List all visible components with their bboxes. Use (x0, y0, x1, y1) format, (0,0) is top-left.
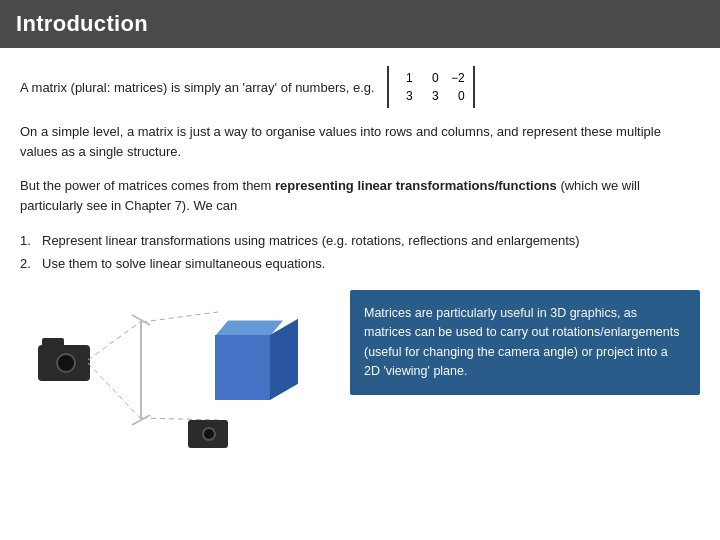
matrix-display: 1 0 −2 3 3 0 (387, 66, 475, 108)
info-box: Matrices are particularly useful in 3D g… (350, 290, 700, 396)
camera2-lens (202, 427, 216, 441)
list-item-2: 2. Use them to solve linear simultaneous… (20, 254, 700, 274)
intro-row: A matrix (plural: matrices) is simply an… (20, 66, 700, 108)
list-text-1: Represent linear transformations using m… (42, 231, 580, 251)
m11: 1 (397, 69, 413, 87)
m22: 3 (423, 87, 439, 105)
svg-line-2 (142, 312, 218, 322)
intro-text: A matrix (plural: matrices) is simply an… (20, 80, 375, 95)
cube-front-face (215, 335, 270, 400)
bottom-section: Matrices are particularly useful in 3D g… (20, 290, 700, 465)
m21: 3 (397, 87, 413, 105)
matrix-row-2: 3 3 0 (397, 87, 465, 105)
svg-line-1 (88, 363, 140, 418)
para2-bold: representing linear transformations/func… (275, 178, 557, 193)
list-item-1: 1. Represent linear transformations usin… (20, 231, 700, 251)
para2-before: But the power of matrices comes from the… (20, 178, 275, 193)
m23: 0 (449, 87, 465, 105)
illustration (20, 290, 330, 465)
matrix-row-1: 1 0 −2 (397, 69, 465, 87)
paragraph-1: On a simple level, a matrix is just a wa… (20, 122, 700, 162)
main-content: A matrix (plural: matrices) is simply an… (0, 48, 720, 475)
list-section: 1. Represent linear transformations usin… (20, 231, 700, 274)
list-num-2: 2. (20, 254, 36, 274)
page-title: Introduction (16, 11, 148, 37)
list-bold-1: Represent linear transformations (42, 233, 231, 248)
svg-line-0 (88, 322, 140, 360)
matrix-values: 1 0 −2 3 3 0 (387, 66, 475, 108)
list-text-2: Use them to solve linear simultaneous eq… (42, 254, 325, 274)
paragraph-2: But the power of matrices comes from the… (20, 176, 700, 216)
list-bold-2: solve linear simultaneous equations. (116, 256, 326, 271)
m12: 0 (423, 69, 439, 87)
list-num-1: 1. (20, 231, 36, 251)
header: Introduction (0, 0, 720, 48)
m13: −2 (449, 69, 465, 87)
